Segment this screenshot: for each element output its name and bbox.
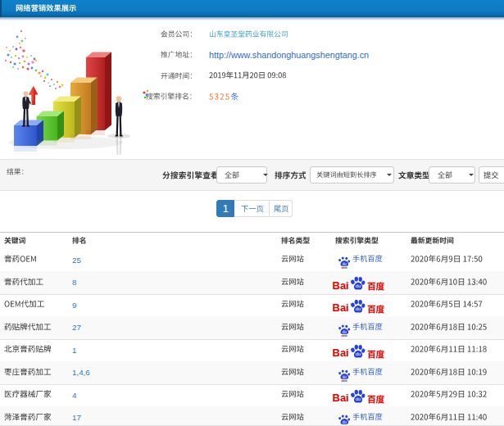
svg-text:du: du xyxy=(342,262,347,266)
svg-text:du: du xyxy=(342,374,347,378)
svg-text:du: du xyxy=(342,329,347,333)
svg-text:du: du xyxy=(355,283,361,288)
svg-text:du: du xyxy=(355,351,361,356)
svg-text:du: du xyxy=(355,397,361,401)
svg-text:du: du xyxy=(355,306,361,311)
svg-text:du: du xyxy=(342,419,347,424)
